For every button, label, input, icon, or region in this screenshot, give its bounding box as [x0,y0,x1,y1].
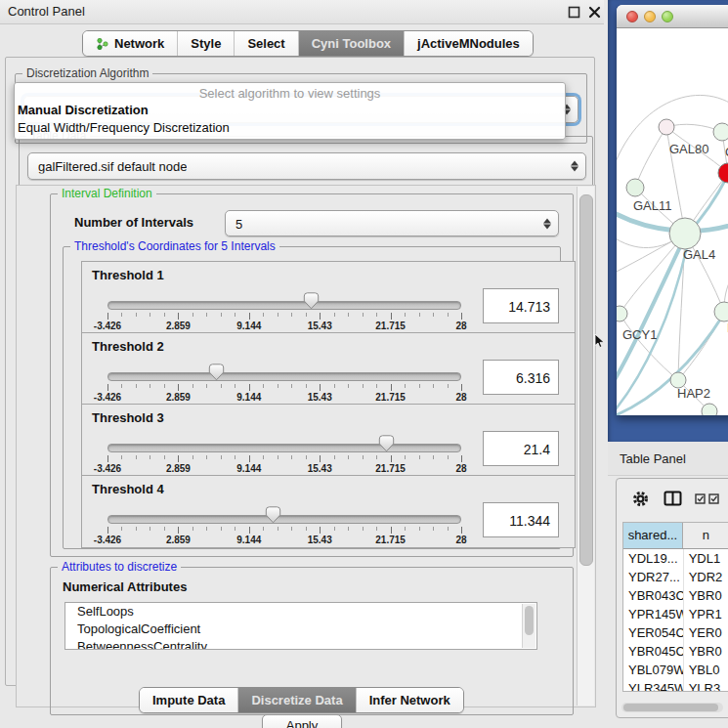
number-of-intervals-combobox[interactable]: 5 [225,210,559,236]
major-tick [178,455,179,462]
table-cell: YBR045C [623,642,683,661]
slider-thumb[interactable] [378,435,395,452]
gear-icon[interactable] [632,491,649,507]
main-scrollbar[interactable] [577,187,594,706]
network-node[interactable] [713,123,728,141]
tab-discretize-data[interactable]: Discretize Data [238,688,356,712]
close-traffic-light[interactable] [626,11,638,22]
table-row[interactable]: YBR043CYBR0 [623,586,728,605]
float-window-icon[interactable] [568,6,580,19]
minor-tick [291,313,292,317]
threshold-value-field[interactable]: 11.344 [483,502,559,537]
network-node[interactable] [714,302,728,321]
major-tick [249,455,250,462]
scrollbar-thumb[interactable] [623,704,718,711]
minor-tick [306,455,307,459]
table-row[interactable]: YDR27...YDR2 [623,568,728,586]
minor-tick [221,455,222,459]
dropdown-prompt-item[interactable]: Select algorithm to view settings [15,83,565,102]
slider-thumb[interactable] [265,506,281,524]
minor-tick [121,384,122,388]
slider-track[interactable] [107,515,461,524]
zoom-traffic-light[interactable] [662,11,673,22]
minor-tick [121,455,122,459]
slider-track[interactable] [107,301,461,310]
numerical-attributes-list[interactable]: SelfLoopsTopologicalCoefficientBetweenne… [64,602,537,650]
node-label: GAL4 [683,247,715,262]
network-node[interactable] [617,306,627,321]
minor-tick [136,313,137,317]
threshold-slider[interactable]: -3.4262.8599.14415.4321.71528 [107,333,461,405]
window-titlebar[interactable] [617,5,728,28]
tab-jactivemnodules[interactable]: jActiveMNodules [405,31,533,56]
tab-impute-data[interactable]: Impute Data [140,688,238,712]
threshold-slider[interactable]: -3.4262.8599.14415.4321.71528 [107,262,461,333]
network-canvas[interactable]: GAL80GAGAL11CGAL4GCY1HHAP2 [617,28,728,415]
tab-network[interactable]: Network [83,31,178,56]
scrollbar-thumb[interactable] [525,606,534,635]
minor-tick [433,455,434,459]
slider-track[interactable] [107,444,461,452]
table-data-combobox[interactable]: galFiltered.sif default node [27,152,586,180]
table-cell: YLR3 [683,679,728,692]
list-item[interactable]: BetweennessCentrality [65,638,536,650]
minor-tick [376,455,377,459]
table-cell: YBR0 [683,642,728,661]
major-tick [107,527,108,534]
minor-tick [193,384,193,388]
threshold-slider[interactable]: -3.4262.8599.14415.4321.71528 [107,476,461,547]
list-item[interactable]: SelfLoops [65,603,536,621]
threshold-value-field[interactable]: 14.713 [483,288,559,323]
select-columns-icon[interactable] [695,493,720,504]
close-icon[interactable] [588,6,601,19]
minor-tick [348,313,349,317]
tab-infer-network[interactable]: Infer Network [357,688,463,712]
major-tick [461,455,462,462]
split-columns-icon[interactable] [664,491,682,506]
column-header[interactable]: shared... [623,523,683,548]
threshold-value-field[interactable]: 21.4 [483,431,559,466]
tab-select[interactable]: Select [235,31,298,56]
table-row[interactable]: YPR145WYPR1 [623,605,728,623]
table-cell: YDL1 [683,549,728,568]
threshold-slider[interactable]: -3.4262.8599.14415.4321.71528 [107,405,461,476]
slider-track[interactable] [107,372,461,381]
slider-thumb[interactable] [303,292,320,310]
table-row[interactable]: YBR045CYBR0 [623,642,728,661]
network-window-frame: GAL80GAGAL11CGAL4GCY1HHAP2 [608,0,728,442]
slider-thumb[interactable] [208,364,225,381]
dropdown-option[interactable]: Manual Discretization [15,102,565,119]
column-header[interactable]: n [683,523,728,548]
table-cell: YBR0 [683,586,728,605]
major-tick [107,384,108,391]
network-node[interactable] [702,404,717,415]
table-row[interactable]: YDL19...YDL1 [623,549,728,568]
minor-tick [164,384,165,388]
minor-tick [278,455,278,459]
slider-tick-labels: -3.4262.8599.14415.4321.71528 [107,321,461,332]
table-row[interactable]: YBL079WYBL0 [623,661,728,679]
tab-cyni-toolbox[interactable]: Cyni Toolbox [299,31,405,56]
settings-scroll-area: Interval Definition Number of Intervals … [16,185,596,707]
major-tick [391,384,392,391]
network-icon [96,37,109,51]
apply-button[interactable]: Apply [262,714,342,728]
network-node[interactable] [626,179,644,196]
dropdown-option[interactable]: Equal Width/Frequency Discretization [15,119,565,137]
table-row[interactable]: YER054CYER0 [623,623,728,642]
network-node[interactable] [669,218,701,249]
list-item[interactable]: TopologicalCoefficient [65,621,536,638]
table-horizontal-scrollbar[interactable] [621,703,723,712]
control-panel-header: Control Panel [0,0,604,24]
slider-tick-labels: -3.4262.8599.14415.4321.71528 [107,535,461,546]
network-node[interactable] [659,119,674,135]
list-scrollbar[interactable] [522,604,535,648]
table-rows: YDL19...YDL1YDR27...YDR2YBR043CYBR0YPR14… [623,549,728,692]
tab-style[interactable]: Style [178,31,235,56]
table-row[interactable]: YLR345WYLR3 [623,679,728,692]
minimize-traffic-light[interactable] [644,11,656,22]
threshold-value-field[interactable]: 6.316 [483,360,559,395]
tick-label: 15.43 [308,321,332,331]
scrollbar-thumb[interactable] [579,194,593,566]
table-data-group: Table Data galFiltered.sif default node [19,136,593,187]
